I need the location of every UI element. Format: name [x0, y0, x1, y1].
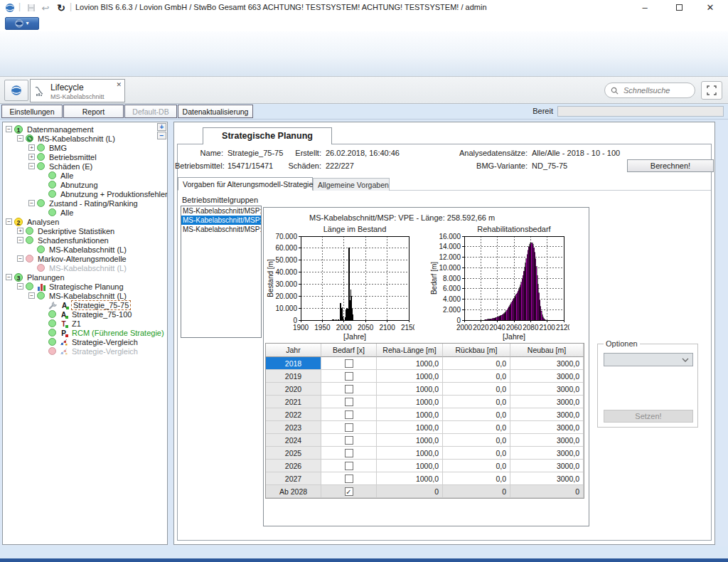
setzen-button[interactable]: Setzen!	[604, 410, 693, 423]
tree-item-strategische-planung[interactable]: −Strategische Planung	[3, 282, 167, 291]
tree-item-ms-kabelabschnitt-l-[interactable]: −MS-Kabelabschnitt (L)	[3, 291, 167, 300]
collapse-icon[interactable]: −	[17, 255, 23, 262]
close-button[interactable]: ✕	[698, 0, 722, 16]
tree-item-abnutzung[interactable]: Abnutzung	[3, 180, 167, 189]
tree-item-strategie-75-75[interactable]: AStrategie_75-75	[3, 300, 167, 309]
tree-item-planungen[interactable]: −3Planungen	[3, 272, 167, 282]
minimize-button[interactable]: –	[633, 0, 657, 16]
collapse-icon[interactable]: −	[28, 292, 35, 299]
checkbox-unchecked[interactable]	[345, 410, 353, 419]
checkbox-unchecked[interactable]	[345, 372, 353, 381]
table-row[interactable]: 20201000,00,03000,0	[266, 383, 584, 396]
checkbox-unchecked[interactable]	[345, 436, 353, 445]
table-row[interactable]: 20231000,00,03000,0	[266, 421, 584, 434]
value-cell[interactable]: 3000,0	[510, 447, 584, 460]
checkbox-unchecked[interactable]	[345, 423, 353, 432]
undo-icon[interactable]: ↩	[40, 2, 51, 14]
value-cell[interactable]: 0	[510, 485, 584, 498]
lovion-logo-tile[interactable]	[4, 80, 28, 101]
tree-item-betriebsmittel[interactable]: +Betriebsmittel	[3, 152, 167, 161]
collapse-icon[interactable]: −	[28, 163, 35, 169]
tree-item-markov-alterungsmodelle[interactable]: −Markov-Alterungsmodelle	[3, 254, 167, 263]
checkbox-checked[interactable]: ✓	[345, 487, 353, 496]
column-header[interactable]: Reha-Länge [m]	[377, 344, 443, 357]
collapse-icon[interactable]: −	[17, 135, 23, 142]
tree-item-strategie-vergleich[interactable]: Strategie-Vergleich	[3, 337, 167, 346]
value-cell[interactable]: 1000,0	[377, 472, 443, 485]
expand-icon[interactable]: +	[28, 154, 35, 160]
value-cell[interactable]: 1000,0	[377, 447, 443, 460]
checkbox-unchecked[interactable]	[345, 385, 353, 393]
search-input[interactable]	[622, 85, 686, 95]
value-cell[interactable]: 3000,0	[510, 408, 584, 421]
value-cell[interactable]: 0,0	[443, 421, 510, 434]
collapse-all-button[interactable]: −	[157, 132, 166, 139]
checkbox-unchecked[interactable]	[345, 462, 353, 470]
jahr-cell[interactable]: 2027	[266, 472, 321, 485]
tree-item-analysen[interactable]: −2Analysen	[3, 217, 167, 226]
save-icon[interactable]	[26, 2, 37, 14]
tree-item-zustand-rating-ranking[interactable]: −Zustand - Rating/Ranking	[3, 198, 167, 208]
jahr-cell[interactable]: 2018	[266, 357, 321, 370]
subtab-allgemeine-vorgaben[interactable]: Allgemeine Vorgaben	[313, 178, 390, 191]
jahr-cell[interactable]: 2022	[266, 408, 321, 421]
value-cell[interactable]: 1000,0	[377, 370, 443, 383]
tree-item-strategie-75-100[interactable]: AStrategie_75-100	[3, 309, 167, 319]
collapse-icon[interactable]: −	[6, 274, 12, 280]
table-row[interactable]: 20271000,00,03000,0	[266, 472, 584, 485]
listbox-item[interactable]: MS-Kabelabschnitt/MSP: V	[181, 216, 261, 225]
optionen-dropdown[interactable]	[604, 353, 693, 366]
value-cell[interactable]: 0	[443, 485, 510, 498]
value-cell[interactable]: 0,0	[443, 447, 510, 460]
jahr-cell[interactable]: 2024	[266, 434, 321, 447]
value-cell[interactable]: 3000,0	[510, 421, 584, 434]
value-cell[interactable]: 3000,0	[510, 434, 584, 447]
menu-button-report[interactable]: Report	[63, 105, 124, 118]
tree-item-ms-kabelabschnitt-l-[interactable]: −✎MS-Kabelabschnitt (L)	[3, 134, 167, 143]
value-cell[interactable]: 3000,0	[510, 460, 584, 472]
tree-item-sch-den-e-[interactable]: −Schäden (E)	[3, 161, 167, 171]
checkbox-unchecked[interactable]	[345, 398, 353, 406]
collapse-icon[interactable]: −	[17, 237, 23, 243]
value-cell[interactable]: 0,0	[443, 396, 510, 408]
jahr-cell[interactable]: 2021	[266, 396, 321, 408]
value-cell[interactable]: 3000,0	[510, 472, 584, 485]
value-cell[interactable]: 1000,0	[377, 434, 443, 447]
listbox-item[interactable]: MS-Kabelabschnitt/MSP: Bi	[181, 225, 261, 234]
value-cell[interactable]: 1000,0	[377, 396, 443, 408]
value-cell[interactable]: 1000,0	[377, 460, 443, 472]
table-row[interactable]: 20251000,00,03000,0	[266, 447, 584, 460]
tree-item-strategie-vergleich[interactable]: Strategie-Vergleich	[3, 346, 167, 356]
column-header[interactable]: Neubau [m]	[510, 344, 584, 357]
table-row[interactable]: 20191000,00,03000,0	[266, 370, 584, 383]
jahr-cell[interactable]: 2019	[266, 370, 321, 383]
value-cell[interactable]: 0,0	[443, 472, 510, 485]
checkbox-unchecked[interactable]	[345, 449, 353, 457]
expand-icon[interactable]: +	[28, 144, 35, 151]
value-cell[interactable]: 0,0	[443, 434, 510, 447]
expand-all-button[interactable]: +	[157, 123, 166, 131]
tree-item-abnutzung-produktionsfehler[interactable]: Abnutzung + Produktionsfehler	[3, 189, 167, 198]
checkbox-unchecked[interactable]	[345, 474, 353, 483]
table-row[interactable]: 20221000,00,03000,0	[266, 408, 584, 421]
table-row[interactable]: 20241000,00,03000,0	[266, 434, 584, 447]
menu-button-datenaktualisierung[interactable]: Datenaktualisierung	[178, 105, 253, 118]
value-cell[interactable]: 0,0	[443, 460, 510, 472]
value-cell[interactable]: 3000,0	[510, 396, 584, 408]
tree-item-datenmanagement[interactable]: −1Datenmanagement	[3, 124, 167, 134]
menu-button-einstellungen[interactable]: Einstellungen	[1, 105, 63, 118]
tree-item-deskriptive-statistiken[interactable]: +Deskriptive Statistiken	[3, 226, 167, 235]
value-cell[interactable]: 1000,0	[377, 357, 443, 370]
table-row[interactable]: 20261000,00,03000,0	[266, 460, 584, 472]
column-header[interactable]: Jahr	[266, 344, 321, 357]
value-cell[interactable]: 0,0	[443, 383, 510, 396]
fullscreen-button[interactable]	[701, 81, 722, 100]
value-cell[interactable]: 1000,0	[377, 383, 443, 396]
jahr-cell[interactable]: Ab 2028	[266, 485, 321, 498]
column-header[interactable]: Bedarf [x]	[321, 344, 377, 357]
value-cell[interactable]: 1000,0	[377, 408, 443, 421]
berechnen-button[interactable]: Berechnen!	[627, 159, 714, 172]
listbox-item[interactable]: MS-Kabelabschnitt/MSP: pa	[181, 206, 261, 216]
app-menu-button[interactable]: ▾	[5, 17, 39, 30]
value-cell[interactable]: 0,0	[443, 370, 510, 383]
